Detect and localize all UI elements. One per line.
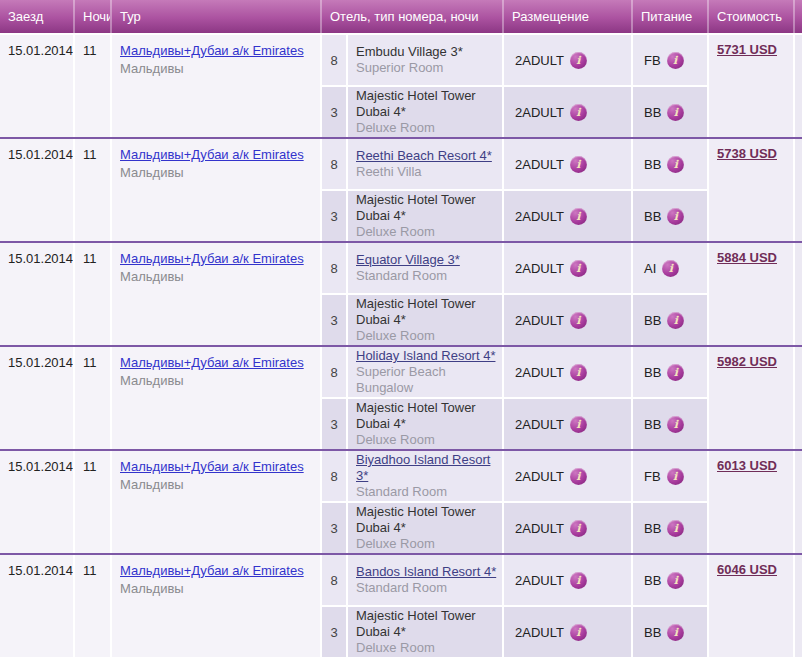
tour-nights: 11 — [75, 139, 110, 241]
price-link[interactable]: 5884 USD — [717, 250, 777, 265]
meal-cell: BB i — [633, 399, 707, 449]
room-type: Superior Room — [356, 60, 498, 76]
meal-cell: BB i — [633, 347, 707, 397]
tour-link[interactable]: Мальдивы+Дубаи а/к Emirates — [120, 459, 304, 474]
meal-label: BB — [644, 209, 661, 224]
info-icon[interactable]: i — [570, 208, 587, 225]
tour-region: Мальдивы — [120, 164, 314, 182]
info-icon[interactable]: i — [662, 260, 679, 277]
hotel-cell: Majestic Hotel Tower Dubai 4* Deluxe Roo… — [348, 399, 502, 449]
tours-table: Заезд Ночи Тур Отель, тип номера, ночи Р… — [0, 0, 802, 657]
info-icon[interactable]: i — [570, 364, 587, 381]
accommodation-cell: 2ADULT i — [504, 139, 631, 189]
checkin-date: 15.01.2014 — [0, 555, 73, 657]
tour-link[interactable]: Мальдивы+Дубаи а/к Emirates — [120, 355, 304, 370]
meal-cell: BB i — [633, 503, 707, 553]
tour-region: Мальдивы — [120, 476, 314, 494]
info-icon[interactable]: i — [667, 156, 684, 173]
info-icon[interactable]: i — [570, 416, 587, 433]
info-icon[interactable]: i — [667, 364, 684, 381]
hotel-cell: Majestic Hotel Tower Dubai 4* Deluxe Roo… — [348, 191, 502, 241]
tour-link[interactable]: Мальдивы+Дубаи а/к Emirates — [120, 563, 304, 578]
meal-label: AI — [644, 261, 656, 276]
accommodation-cell: 2ADULT i — [504, 399, 631, 449]
info-icon[interactable]: i — [667, 468, 684, 485]
hotel-name[interactable]: Equator Village 3* — [356, 252, 498, 268]
price-link[interactable]: 5731 USD — [717, 42, 777, 57]
occupancy-label: 2ADULT — [515, 209, 564, 224]
info-icon[interactable]: i — [570, 312, 587, 329]
price-link[interactable]: 5982 USD — [717, 354, 777, 369]
hotel-name: Majestic Hotel Tower Dubai 4* — [356, 296, 498, 328]
meal-cell: BB i — [633, 295, 707, 345]
tour-link[interactable]: Мальдивы+Дубаи а/к Emirates — [120, 147, 304, 162]
header-cell-checkin: Заезд — [0, 0, 73, 33]
info-icon[interactable]: i — [570, 468, 587, 485]
price-link[interactable]: 5738 USD — [717, 146, 777, 161]
checkin-date: 15.01.2014 — [0, 347, 73, 449]
tour-nights: 11 — [75, 243, 110, 345]
occupancy-label: 2ADULT — [515, 157, 564, 172]
info-icon[interactable]: i — [667, 52, 684, 69]
room-type: Superior Beach Bungalow — [356, 364, 498, 396]
info-icon[interactable]: i — [667, 208, 684, 225]
header-cell-edge — [793, 0, 802, 33]
hotel-cell: Equator Village 3* Standard Room — [348, 243, 502, 293]
accommodation-cell: 2ADULT i — [504, 295, 631, 345]
hotel-name[interactable]: Biyadhoo Island Resort 3* — [356, 452, 498, 484]
info-icon[interactable]: i — [570, 520, 587, 537]
tour-cell: Мальдивы+Дубаи а/к Emirates Мальдивы — [112, 451, 320, 553]
tour-region: Мальдивы — [120, 268, 314, 286]
info-icon[interactable]: i — [667, 416, 684, 433]
info-icon[interactable]: i — [667, 572, 684, 589]
info-icon[interactable]: i — [570, 104, 587, 121]
room-type: Deluxe Room — [356, 536, 498, 552]
occupancy-label: 2ADULT — [515, 573, 564, 588]
hotel-cell: Majestic Hotel Tower Dubai 4* Deluxe Roo… — [348, 295, 502, 345]
checkin-date: 15.01.2014 — [0, 451, 73, 553]
table-header: Заезд Ночи Тур Отель, тип номера, ночи Р… — [0, 0, 802, 33]
hotel-nights: 3 — [322, 87, 346, 137]
header-cell-meal: Питание — [631, 0, 707, 33]
checkin-date: 15.01.2014 — [0, 139, 73, 241]
tour-link[interactable]: Мальдивы+Дубаи а/к Emirates — [120, 251, 304, 266]
info-icon[interactable]: i — [667, 624, 684, 641]
info-icon[interactable]: i — [570, 572, 587, 589]
price-link[interactable]: 6046 USD — [717, 562, 777, 577]
header-cell-price: Стоимость — [707, 0, 793, 33]
meal-label: FB — [644, 469, 661, 484]
hotel-name[interactable]: Holiday Island Resort 4* — [356, 348, 498, 364]
tour-row: 15.01.2014 11 Мальдивы+Дубаи а/к Emirate… — [0, 345, 802, 449]
info-icon[interactable]: i — [667, 312, 684, 329]
accommodation-cell: 2ADULT i — [504, 87, 631, 137]
accommodation-cell: 2ADULT i — [504, 347, 631, 397]
room-type: Reethi Villa — [356, 164, 498, 180]
accommodation-cell: 2ADULT i — [504, 607, 631, 657]
info-icon[interactable]: i — [667, 520, 684, 537]
hotel-name: Majestic Hotel Tower Dubai 4* — [356, 192, 498, 224]
meal-cell: BB i — [633, 87, 707, 137]
tour-link[interactable]: Мальдивы+Дубаи а/к Emirates — [120, 43, 304, 58]
price-link[interactable]: 6013 USD — [717, 458, 777, 473]
meal-cell: FB i — [633, 451, 707, 501]
info-icon[interactable]: i — [667, 104, 684, 121]
meal-cell: FB i — [633, 35, 707, 85]
hotel-name[interactable]: Bandos Island Resort 4* — [356, 564, 498, 580]
tour-nights: 11 — [75, 35, 110, 137]
accommodation-cell: 2ADULT i — [504, 555, 631, 605]
hotel-cell: Majestic Hotel Tower Dubai 4* Deluxe Roo… — [348, 607, 502, 657]
accommodation-cell: 2ADULT i — [504, 503, 631, 553]
info-icon[interactable]: i — [570, 260, 587, 277]
tour-region: Мальдивы — [120, 580, 314, 598]
hotel-nights: 3 — [322, 191, 346, 241]
info-icon[interactable]: i — [570, 156, 587, 173]
hotel-nights: 8 — [322, 35, 346, 85]
info-icon[interactable]: i — [570, 52, 587, 69]
hotel-nights: 3 — [322, 399, 346, 449]
hotel-name[interactable]: Reethi Beach Resort 4* — [356, 148, 498, 164]
accommodation-cell: 2ADULT i — [504, 451, 631, 501]
hotel-nights: 8 — [322, 451, 346, 501]
hotel-nights: 8 — [322, 347, 346, 397]
info-icon[interactable]: i — [570, 624, 587, 641]
table-edge-strip — [795, 35, 802, 137]
